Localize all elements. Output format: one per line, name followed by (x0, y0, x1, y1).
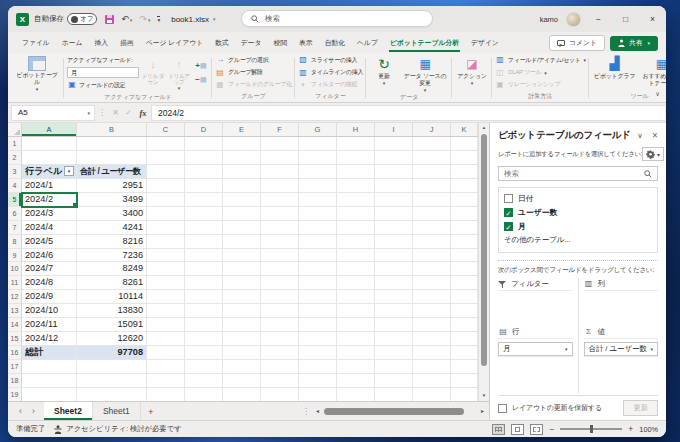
col-header[interactable]: H (337, 123, 375, 136)
drill-down-button[interactable]: ドリル ダウン (141, 56, 165, 90)
scroll-down-icon[interactable]: ▼ (479, 391, 489, 401)
cell[interactable] (223, 137, 261, 151)
cell[interactable] (261, 221, 299, 235)
search-box[interactable]: 検索 (241, 10, 433, 27)
cell[interactable] (413, 165, 451, 179)
row-header[interactable]: 4 (8, 179, 22, 193)
change-source-button[interactable]: データ ソースの変更▾ (401, 54, 449, 92)
zoom-in-button[interactable]: + (628, 424, 633, 434)
cell[interactable]: 2024/5 (22, 235, 77, 249)
cell[interactable]: 行ラベル▼ (22, 165, 77, 179)
normal-view-button[interactable] (492, 424, 505, 435)
customize-quick-access-icon[interactable]: ▾ (157, 16, 160, 23)
ribbon-tab[interactable]: 数式 (209, 34, 235, 53)
cell[interactable] (337, 388, 375, 401)
drill-up-button[interactable]: ドリルアップ▾ (167, 56, 191, 90)
cell[interactable] (299, 193, 337, 207)
cell[interactable] (185, 318, 223, 332)
cell[interactable] (413, 235, 451, 249)
cell[interactable] (223, 262, 261, 276)
cell[interactable] (299, 374, 337, 388)
cell[interactable] (337, 193, 375, 207)
cell[interactable] (299, 137, 337, 151)
col-header[interactable]: A (22, 123, 77, 136)
user-name[interactable]: kamo (540, 15, 558, 24)
timeline-button[interactable]: タイムラインの挿入 (298, 67, 363, 79)
cell[interactable] (413, 137, 451, 151)
cell[interactable] (77, 374, 147, 388)
cell[interactable] (375, 165, 413, 179)
cell[interactable] (413, 388, 451, 401)
cell[interactable] (185, 262, 223, 276)
cell[interactable]: 2951 (77, 179, 147, 193)
zoom-slider-thumb[interactable] (590, 425, 593, 433)
cell[interactable] (185, 249, 223, 263)
cell[interactable] (223, 276, 261, 290)
cell[interactable] (451, 235, 478, 249)
cell[interactable] (413, 318, 451, 332)
page-break-view-button[interactable] (530, 424, 543, 435)
cell[interactable] (147, 151, 185, 165)
add-sheet-button[interactable]: + (141, 406, 161, 417)
name-box[interactable]: A5 ▾ (11, 105, 95, 121)
cell[interactable] (223, 318, 261, 332)
collapse-field-button[interactable] (194, 75, 208, 85)
cell[interactable] (185, 346, 223, 360)
ribbon-tab[interactable]: データ (235, 34, 268, 53)
selected-cell[interactable]: 2024/2 (22, 193, 77, 207)
cell[interactable] (413, 276, 451, 290)
cell[interactable] (223, 388, 261, 401)
row-header[interactable]: 10 (8, 262, 22, 276)
maximize-button[interactable]: □ (616, 14, 635, 24)
panel-close-icon[interactable]: ✕ (652, 131, 658, 140)
cell[interactable] (261, 137, 299, 151)
field-item[interactable]: ユーザー数 (504, 205, 652, 219)
cell[interactable] (223, 332, 261, 346)
cell[interactable] (299, 318, 337, 332)
row-header[interactable]: 3 (8, 165, 22, 179)
minimize-button[interactable]: − (589, 14, 608, 24)
cell[interactable] (375, 332, 413, 346)
tools-button[interactable]: ▾ (642, 147, 664, 161)
cell[interactable] (413, 179, 451, 193)
actions-button[interactable]: アクション▾ (455, 54, 489, 91)
cell[interactable]: 13830 (77, 304, 147, 318)
cell[interactable] (185, 137, 223, 151)
cell[interactable] (451, 137, 478, 151)
fields-search-box[interactable] (498, 166, 658, 181)
cell[interactable] (299, 262, 337, 276)
enter-icon[interactable]: ✓ (122, 108, 135, 117)
slicer-button[interactable]: スライサーの挿入 (298, 54, 363, 66)
sheet-tab[interactable]: Sheet1 (93, 402, 141, 420)
cell[interactable] (223, 249, 261, 263)
vscroll-thumb[interactable] (481, 134, 487, 366)
ribbon-tab[interactable]: デザイン (465, 34, 505, 53)
cell[interactable] (299, 235, 337, 249)
cell[interactable] (375, 137, 413, 151)
ribbon-tab[interactable]: 自動化 (319, 34, 351, 53)
col-header[interactable]: J (413, 123, 451, 136)
col-header[interactable]: K (451, 123, 478, 136)
row-header[interactable]: 1 (8, 137, 22, 151)
col-header[interactable]: D (185, 123, 223, 136)
zoom-level[interactable]: 100% (639, 425, 658, 434)
insert-function-icon[interactable]: fx (135, 108, 151, 118)
cell[interactable] (375, 346, 413, 360)
cell[interactable] (337, 374, 375, 388)
cell[interactable] (337, 179, 375, 193)
cell[interactable] (185, 151, 223, 165)
more-tables-link[interactable]: その他のテーブル... (504, 233, 652, 246)
excel-app-icon[interactable]: X (16, 13, 29, 26)
cell[interactable] (451, 193, 478, 207)
cell[interactable] (147, 235, 185, 249)
cell[interactable] (185, 165, 223, 179)
row-header[interactable]: 18 (8, 374, 22, 388)
cell[interactable] (375, 304, 413, 318)
sheet-next-icon[interactable]: › (27, 406, 40, 416)
save-icon[interactable] (105, 15, 114, 24)
refresh-button[interactable]: 更新▾ (369, 54, 399, 92)
cell[interactable] (147, 179, 185, 193)
cell[interactable] (451, 221, 478, 235)
ribbon-tab[interactable]: ページ レイアウト (140, 34, 209, 53)
cell[interactable] (337, 304, 375, 318)
